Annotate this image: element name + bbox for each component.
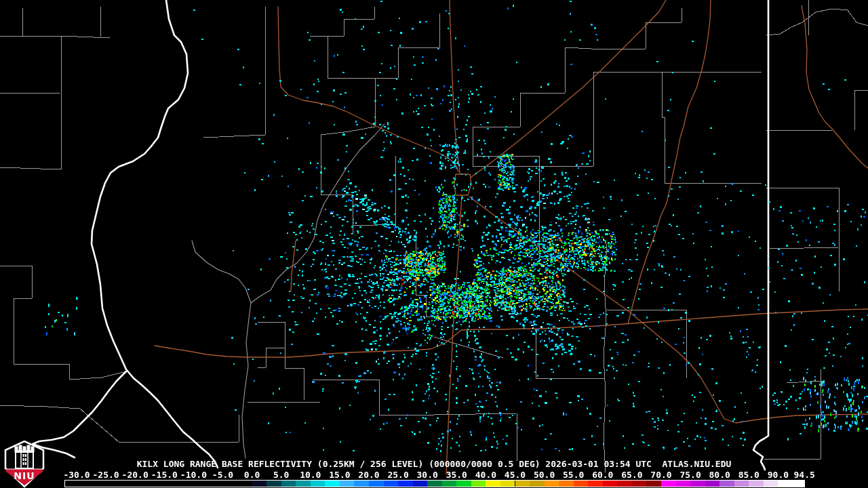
colorbar-segment: [690, 481, 705, 487]
scale-label: 15.0: [329, 470, 350, 480]
scale-label: 70.0: [650, 470, 671, 480]
colorbar-segment: [311, 481, 326, 487]
scale-label: 60.0: [592, 470, 613, 480]
colorbar-segment: [296, 481, 311, 487]
colorbar-segment: [252, 481, 267, 487]
colorbar-segment: [398, 481, 413, 487]
colorbar-segment: [515, 481, 530, 487]
colorbar-segment: [442, 481, 457, 487]
colorbar-segment: [764, 481, 778, 487]
colorbar-segment: [559, 481, 574, 487]
scale-label: 40.0: [475, 470, 496, 480]
scale-label: 85.0: [738, 470, 760, 480]
colorbar-segment: [676, 481, 691, 487]
colorbar-segment: [705, 481, 720, 487]
niu-wordmark: NIU: [14, 470, 35, 481]
scale-label: 5.0: [273, 470, 289, 480]
scale-label: -15.0: [151, 470, 178, 480]
colorbar-segment: [325, 481, 340, 487]
colorbar-labels: -30.0-25.0-20.0-15.0-10.0-5.00.05.010.01…: [0, 470, 868, 479]
colorbar-segment: [530, 481, 545, 487]
colorbar-segment: [793, 481, 804, 487]
colorbar-segment: [545, 481, 559, 487]
colorbar: [64, 480, 805, 487]
scale-label: -20.0: [122, 470, 149, 480]
colorbar-segment: [749, 481, 764, 487]
scale-label: 0.0: [244, 470, 260, 480]
scale-label: -5.0: [212, 470, 233, 480]
scale-label: 45.0: [505, 470, 526, 480]
radar-echoes-layer: [0, 0, 868, 488]
scale-label: 10.0: [300, 470, 321, 480]
colorbar-segment: [384, 481, 399, 487]
colorbar-segment: [486, 481, 500, 487]
scale-label: 30.0: [417, 470, 438, 480]
colorbar-segment: [500, 481, 515, 487]
colorbar-segment: [456, 481, 471, 487]
colorbar-segment: [369, 481, 384, 487]
scale-label: 75.0: [679, 470, 701, 480]
scale-label: 80.0: [709, 470, 730, 480]
scale-label: 25.0: [387, 470, 408, 480]
niu-logo: NIU: [4, 441, 45, 488]
colorbar-segment: [603, 481, 618, 487]
scale-label: -25.0: [93, 470, 119, 480]
colorbar-segment: [340, 481, 355, 487]
product-caption: KILX LONG RANGE BASE REFLECTIVITY (0.25K…: [0, 459, 868, 469]
scale-label: -10.0: [180, 470, 207, 480]
colorbar-segment: [427, 481, 442, 487]
scale-label: 20.0: [358, 470, 379, 480]
radar-product-screen: KILX LONG RANGE BASE REFLECTIVITY (0.25K…: [0, 0, 868, 488]
scale-label: 90.0: [768, 470, 789, 480]
colorbar-segment: [617, 481, 632, 487]
colorbar-segment: [646, 481, 661, 487]
scale-label: 94.5: [794, 470, 815, 480]
colorbar-segment: [719, 481, 734, 487]
scale-label: 65.0: [621, 470, 642, 480]
colorbar-segment: [778, 481, 793, 487]
colorbar-segment: [267, 481, 281, 487]
colorbar-segment: [661, 481, 676, 487]
colorbar-segment: [354, 481, 369, 487]
colorbar-segment: [588, 481, 603, 487]
colorbar-segment: [574, 481, 589, 487]
colorbar-segment: [632, 481, 647, 487]
colorbar-segment: [471, 481, 486, 487]
scale-label: 55.0: [563, 470, 584, 480]
colorbar-segment: [281, 481, 296, 487]
scale-label: 35.0: [446, 470, 467, 480]
scale-label: 50.0: [534, 470, 555, 480]
colorbar-segment: [413, 481, 428, 487]
scale-label: -30.0: [63, 470, 90, 480]
colorbar-segment: [734, 481, 749, 487]
